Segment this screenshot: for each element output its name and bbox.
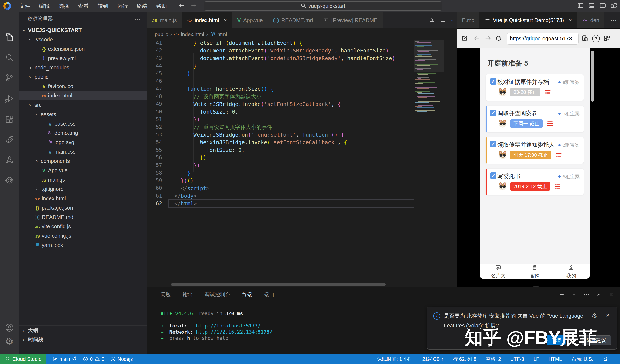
tab-main.js[interactable]: JSmain.js	[147, 12, 182, 29]
tab-close-icon[interactable]: ×	[224, 17, 227, 24]
terminal-dropdown-icon[interactable]	[571, 291, 577, 298]
breadcrumb-item[interactable]: html	[217, 31, 227, 37]
debug-activity-icon[interactable]	[0, 90, 19, 107]
refresh-icon[interactable]	[495, 35, 502, 43]
tab-README.md[interactable]: iREADME.md	[268, 12, 318, 29]
menu-item-终端[interactable]: 终端	[132, 0, 152, 12]
deadline-pill[interactable]: 2019-2-12 截止	[510, 182, 550, 191]
tree-item-yarn.lock[interactable]: yarn.lock	[19, 240, 147, 250]
tab-App.vue[interactable]: VApp.vue	[232, 12, 268, 29]
nav-item-官网[interactable]: 官网	[516, 264, 553, 279]
task-checkbox[interactable]: ✓	[490, 173, 496, 179]
tab-[Preview] README[interactable]: [Preview] README	[318, 12, 383, 29]
share-activity-icon[interactable]	[0, 152, 19, 168]
task-card[interactable]: ✓核对证据原件并存档e租宝案03-28 截止	[486, 74, 584, 101]
git-branch-status[interactable]: main	[52, 356, 77, 362]
gear-icon[interactable]: ⚙	[0, 333, 19, 349]
back-icon[interactable]	[179, 2, 185, 10]
panel-tab-端口[interactable]: 端口	[264, 291, 275, 301]
tree-item-public[interactable]: ›public	[19, 72, 147, 82]
subtask-list-icon[interactable]	[554, 183, 561, 190]
panel-tab-终端[interactable]: 终端	[242, 291, 252, 301]
tree-item-package.json[interactable]: {}package.json	[19, 203, 147, 212]
deadline-pill[interactable]: 下周一 截止	[510, 119, 542, 128]
tree-item-App.vue[interactable]: VApp.vue	[19, 166, 147, 175]
open-preview-icon[interactable]	[429, 17, 435, 24]
task-card[interactable]: ✓领取传票并通知委托人e租宝案明天 17:00 截止	[486, 137, 584, 163]
explorer-more-icon[interactable]: ⋯	[134, 15, 141, 23]
deadline-pill[interactable]: 03-28 截止	[510, 88, 541, 96]
tree-item-src[interactable]: ›src	[19, 100, 147, 110]
tree-item-index.html[interactable]: <>index.html	[19, 194, 147, 203]
files-activity-icon[interactable]	[0, 29, 19, 45]
extensions-activity-icon[interactable]	[0, 112, 19, 128]
deadline-pill[interactable]: 明天 17:00 截止	[510, 151, 551, 159]
rocket-activity-icon[interactable]	[0, 132, 19, 148]
tree-item-node_modules[interactable]: ›node_modules	[19, 63, 147, 72]
tree-item-vite.config.js[interactable]: JSvite.config.js	[19, 222, 147, 231]
tree-item-base.css[interactable]: #base.css	[19, 119, 147, 128]
subtask-list-icon[interactable]	[546, 120, 554, 127]
status-item[interactable]: LF	[533, 356, 539, 362]
qr-code-icon[interactable]	[604, 35, 610, 43]
runtime-status[interactable]: Nodejs	[110, 356, 133, 362]
more-actions-icon[interactable]: ⋯	[451, 18, 455, 22]
status-item[interactable]: HTML	[549, 356, 562, 362]
panel-more-icon[interactable]	[583, 291, 589, 298]
breadcrumb-item[interactable]: index.html	[181, 31, 204, 37]
tree-item-logo.svg[interactable]: logo.svg	[19, 138, 147, 147]
tree-item-main.css[interactable]: #main.css	[19, 147, 147, 156]
task-checkbox[interactable]: ✓	[490, 78, 496, 85]
subtask-list-icon[interactable]	[544, 89, 552, 96]
task-checkbox[interactable]: ✓	[490, 110, 496, 116]
section-时间线[interactable]: ›时间线	[19, 335, 147, 345]
problems-status[interactable]: 00	[83, 356, 104, 363]
preview-tab-den[interactable]: den	[577, 12, 604, 29]
git-activity-icon[interactable]	[0, 70, 19, 86]
menu-item-帮助[interactable]: 帮助	[152, 0, 171, 12]
tree-item-assets[interactable]: ›assets	[19, 110, 147, 119]
split-editor-icon[interactable]	[440, 17, 446, 24]
panel-tab-输出[interactable]: 输出	[183, 291, 193, 301]
help-icon[interactable]: ?	[592, 35, 600, 43]
tree-item-components[interactable]: ›components	[19, 156, 147, 166]
close-panel-icon[interactable]	[608, 291, 614, 298]
maximize-panel-icon[interactable]	[596, 291, 602, 298]
toggle-panel-icon[interactable]	[589, 2, 595, 10]
horizontal-scrollbar[interactable]	[171, 283, 386, 286]
task-checkbox[interactable]: ✓	[490, 141, 496, 147]
page-scrollbar[interactable]	[591, 51, 594, 102]
breadcrumb-item[interactable]: public	[155, 31, 168, 37]
browser-forward-icon[interactable]	[485, 35, 491, 43]
tree-item-VUEJS-QUICKSTART[interactable]: ›VUEJS-QUICKSTART	[19, 26, 147, 35]
command-search-input[interactable]: vuejs-quickstart	[204, 1, 442, 11]
url-input[interactable]: https://grigoo-oqoast-5173.	[507, 33, 578, 44]
open-external-icon[interactable]	[461, 35, 468, 43]
subtask-list-icon[interactable]	[555, 152, 562, 159]
task-card[interactable]: ✓写委托书e租宝案2019-2-12 截止	[486, 169, 584, 195]
cloud-studio-status-item[interactable]: Cloud Studio	[0, 354, 46, 364]
tree-item-index.html[interactable]: <>index.html	[19, 91, 147, 100]
tree-item-preview.yml[interactable]: !preview.yml	[19, 54, 147, 63]
tab-close-icon[interactable]: ×	[569, 17, 572, 24]
nav-item-名片夹[interactable]: 名片夹	[480, 264, 516, 279]
device-mode-icon[interactable]	[582, 35, 588, 43]
section-大纲[interactable]: ›大纲	[19, 325, 147, 335]
code-editor[interactable]: 41 } else if (document.attachEvent) {42 …	[147, 40, 457, 287]
status-item[interactable]: 休眠时间: 1 小时	[377, 356, 413, 363]
task-card[interactable]: ✓调取并查阅案卷e租宝案下周一 截止	[486, 106, 584, 132]
preview-tab-Vue.js Quickstart Demo(5173)[interactable]: Vue.js Quickstart Demo(5173)×	[480, 12, 577, 29]
browser-back-icon[interactable]	[474, 35, 480, 43]
notification-close-icon[interactable]: ×	[606, 312, 610, 319]
menu-item-编辑[interactable]: 编辑	[34, 0, 54, 12]
preview-tab-E.md[interactable]: E.md	[457, 12, 480, 29]
new-terminal-icon[interactable]	[559, 291, 565, 298]
tree-item-extensions.json[interactable]: {}extensions.json	[19, 44, 147, 54]
search-activity-icon[interactable]	[0, 49, 19, 66]
panel-tab-问题[interactable]: 问题	[160, 291, 171, 301]
tree-item-demo.png[interactable]: demo.png	[19, 128, 147, 138]
tree-item-.vscode[interactable]: ›.vscode	[19, 35, 147, 44]
tree-item-vue.config.js[interactable]: JSvue.config.js	[19, 231, 147, 240]
customize-layout-icon[interactable]	[611, 2, 617, 10]
notifications-bell-icon[interactable]	[603, 356, 608, 362]
